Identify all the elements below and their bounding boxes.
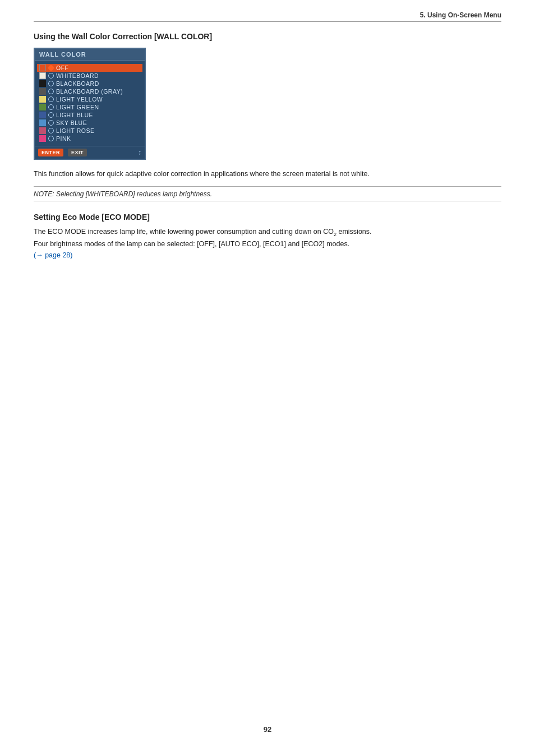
- radio-blackboard-gray: [48, 89, 54, 94]
- menu-items-list: OFF WHITEBOARD BLACKBOARD BLACKBOARD (GR…: [35, 61, 145, 146]
- menu-item-blackboard[interactable]: BLACKBOARD: [37, 80, 142, 87]
- menu-item-sky-blue[interactable]: SKY BLUE: [37, 119, 142, 127]
- page-header: 5. Using On-Screen Menu: [34, 11, 501, 22]
- radio-light-green: [48, 104, 54, 110]
- label-blackboard: BLACKBOARD: [56, 80, 99, 87]
- label-light-green: LIGHT GREEN: [56, 104, 99, 110]
- eco-section-title: Setting Eco Mode [ECO MODE]: [34, 213, 501, 222]
- radio-pink: [48, 136, 54, 141]
- wall-color-menu-box: WALL COLOR OFF WHITEBOARD BLACKBOARD: [34, 48, 146, 160]
- radio-light-rose: [48, 128, 54, 133]
- eco-section-text: The ECO MODE increases lamp life, while …: [34, 226, 501, 261]
- eco-text-3: Four brightness modes of the lamp can be…: [34, 240, 349, 248]
- menu-footer: ENTER EXIT ↕: [35, 146, 145, 159]
- swatch-off: [39, 64, 46, 71]
- note-bar: NOTE: Selecting [WHITEBOARD] reduces lam…: [34, 186, 501, 201]
- swatch-light-rose: [39, 127, 46, 134]
- eco-text-2: emissions.: [336, 228, 372, 236]
- menu-item-pink[interactable]: PINK: [37, 135, 142, 142]
- swatch-blackboard: [39, 80, 46, 87]
- swatch-pink: [39, 135, 46, 142]
- label-pink: PINK: [56, 135, 71, 142]
- enter-button[interactable]: ENTER: [38, 149, 63, 156]
- radio-blackboard: [48, 81, 54, 86]
- label-sky-blue: SKY BLUE: [56, 119, 87, 126]
- radio-sky-blue: [48, 120, 54, 126]
- exit-button[interactable]: EXIT: [68, 149, 87, 156]
- radio-whiteboard: [48, 73, 54, 79]
- menu-item-off[interactable]: OFF: [37, 64, 142, 72]
- eco-text-1: The ECO MODE increases lamp life, while …: [34, 228, 334, 236]
- radio-light-yellow: [48, 96, 54, 102]
- label-light-yellow: LIGHT YELLOW: [56, 96, 103, 103]
- menu-item-blackboard-gray[interactable]: BLACKBOARD (GRAY): [37, 87, 142, 95]
- wall-color-description: This function allows for quick adaptive …: [34, 169, 501, 179]
- wall-color-section: Using the Wall Color Correction [WALL CO…: [34, 32, 501, 201]
- swatch-light-yellow: [39, 96, 46, 103]
- menu-title-bar: WALL COLOR: [35, 49, 145, 61]
- menu-item-light-yellow[interactable]: LIGHT YELLOW: [37, 95, 142, 103]
- scroll-icon: ↕: [138, 149, 141, 156]
- page-number: 92: [0, 725, 535, 734]
- radio-light-blue: [48, 112, 54, 118]
- eco-page-ref[interactable]: (→ page 28): [34, 251, 72, 259]
- radio-off: [48, 65, 54, 71]
- swatch-sky-blue: [39, 119, 46, 126]
- label-light-rose: LIGHT ROSE: [56, 127, 94, 134]
- eco-section: Setting Eco Mode [ECO MODE] The ECO MODE…: [34, 213, 501, 261]
- label-light-blue: LIGHT BLUE: [56, 112, 93, 118]
- swatch-blackboard-gray: [39, 88, 46, 95]
- label-whiteboard: WHITEBOARD: [56, 72, 99, 79]
- swatch-whiteboard: [39, 72, 46, 79]
- wall-color-title: Using the Wall Color Correction [WALL CO…: [34, 32, 501, 41]
- menu-item-light-rose[interactable]: LIGHT ROSE: [37, 127, 142, 135]
- swatch-light-green: [39, 104, 46, 110]
- note-text: NOTE: Selecting [WHITEBOARD] reduces lam…: [34, 190, 212, 198]
- menu-item-light-blue[interactable]: LIGHT BLUE: [37, 111, 142, 119]
- label-blackboard-gray: BLACKBOARD (GRAY): [56, 88, 123, 95]
- swatch-light-blue: [39, 112, 46, 118]
- label-off: OFF: [56, 64, 69, 71]
- menu-item-light-green[interactable]: LIGHT GREEN: [37, 103, 142, 111]
- menu-item-whiteboard[interactable]: WHITEBOARD: [37, 72, 142, 80]
